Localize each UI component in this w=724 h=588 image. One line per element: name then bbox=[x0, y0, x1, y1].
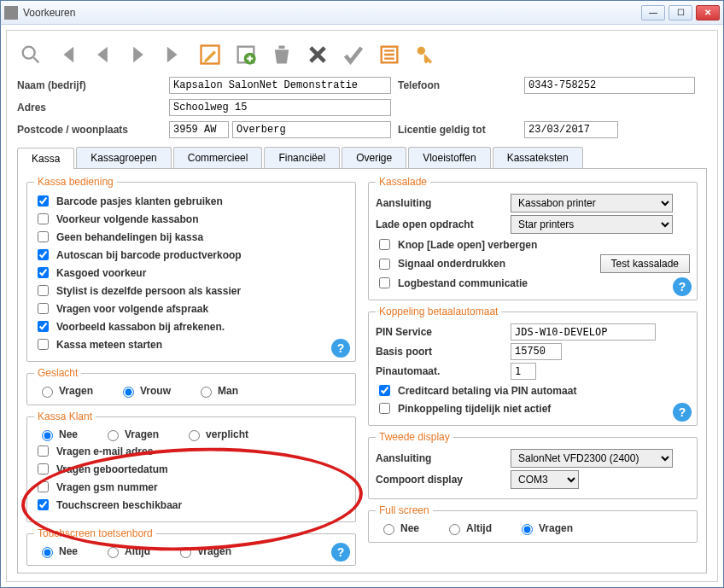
kb-check-5[interactable] bbox=[38, 285, 49, 296]
kb-check-6[interactable] bbox=[38, 303, 49, 314]
kassaklant-radio-2[interactable] bbox=[189, 430, 200, 441]
new-icon[interactable] bbox=[232, 41, 260, 68]
test-kassalade-button[interactable]: Test kassalade bbox=[600, 254, 690, 273]
kk-check-0[interactable] bbox=[38, 445, 49, 457]
maximize-button[interactable]: ☐ bbox=[669, 5, 692, 20]
display-aansluiting-select[interactable]: SalonNet VFD2300 (2400) bbox=[511, 449, 673, 468]
kk-check-1[interactable] bbox=[38, 463, 49, 474]
logbestand-check[interactable] bbox=[379, 277, 390, 288]
minimize-button[interactable]: — bbox=[641, 5, 665, 20]
adres-input[interactable] bbox=[169, 99, 391, 116]
postcode-input[interactable] bbox=[169, 121, 229, 138]
toolbar bbox=[17, 38, 707, 77]
kb-check-0[interactable] bbox=[38, 195, 49, 207]
prev-icon[interactable] bbox=[89, 41, 116, 68]
help-icon[interactable]: ? bbox=[331, 543, 350, 562]
kk-check-3[interactable] bbox=[38, 499, 49, 510]
kb-label-4: Kasgoed voorkeur bbox=[56, 267, 146, 279]
help-icon[interactable]: ? bbox=[673, 403, 692, 422]
basis-poort-input[interactable] bbox=[511, 343, 562, 360]
tab-kassa[interactable]: Kassa bbox=[17, 148, 74, 169]
geslacht-radio-2[interactable] bbox=[201, 387, 212, 398]
kassa-bediening-group: Kassa bediening Barcode pasjes klanten g… bbox=[26, 176, 356, 362]
naam-input[interactable] bbox=[169, 77, 391, 94]
kb-check-7[interactable] bbox=[38, 321, 49, 332]
edit-icon[interactable] bbox=[196, 41, 224, 68]
kb-label-8: Kassa meteen starten bbox=[56, 339, 162, 351]
search-icon[interactable] bbox=[17, 41, 44, 68]
next-icon[interactable] bbox=[125, 41, 152, 68]
kassalade-group: Kassalade Aansluiting Kassabon printer L… bbox=[368, 176, 698, 300]
app-icon bbox=[4, 6, 18, 20]
kb-label-1: Voorkeur volgende kassabon bbox=[56, 213, 199, 225]
tab-vloeistoffen[interactable]: Vloeistoffen bbox=[408, 147, 491, 168]
preferences-window: Voorkeuren — ☐ ✕ Naam (bedrijf) Telefoon bbox=[0, 0, 724, 588]
compoort-select[interactable]: COM3 bbox=[511, 470, 579, 489]
geslacht-radio-1[interactable] bbox=[123, 387, 134, 398]
knop-verbergen-check[interactable] bbox=[379, 239, 390, 250]
fullscreen-radio-0[interactable] bbox=[383, 524, 394, 535]
aansluiting-select[interactable]: Kassabon printer bbox=[511, 194, 673, 212]
licentie-label: Licentie geldig tot bbox=[398, 124, 517, 136]
touchscreen-legend: Touchscreen toetsenbord bbox=[34, 527, 156, 539]
tab-kassateksten[interactable]: Kassateksten bbox=[493, 147, 583, 168]
kb-check-3[interactable] bbox=[38, 249, 49, 260]
titlebar: Voorkeuren — ☐ ✕ bbox=[1, 1, 723, 25]
cancel-icon[interactable] bbox=[304, 41, 331, 68]
aansluiting-label: Aansluiting bbox=[376, 197, 504, 209]
kb-check-8[interactable] bbox=[38, 339, 49, 350]
koppeling-group: Koppeling betaalautomaat PIN Service Bas… bbox=[368, 306, 698, 426]
kb-check-1[interactable] bbox=[38, 213, 49, 224]
tab-overige[interactable]: Overige bbox=[342, 147, 406, 168]
help-icon[interactable]: ? bbox=[331, 339, 350, 358]
signaal-check[interactable] bbox=[379, 259, 390, 270]
creditcard-check[interactable] bbox=[379, 385, 390, 396]
postcode-label: Postcode / woonplaats bbox=[17, 124, 162, 136]
kb-label-2: Geen behandelingen bij kassa bbox=[56, 231, 203, 243]
kassaklant-radio-0[interactable] bbox=[42, 430, 53, 441]
tab-strip: Kassa Kassagroepen Commercieel Financiëe… bbox=[17, 147, 707, 169]
telefoon-label: Telefoon bbox=[398, 79, 517, 91]
fullscreen-radio-2[interactable] bbox=[522, 524, 533, 535]
lade-open-select[interactable]: Star printers bbox=[511, 215, 673, 234]
right-column: Kassalade Aansluiting Kassabon printer L… bbox=[368, 176, 698, 566]
pinautomaat-input[interactable] bbox=[511, 363, 536, 380]
close-button[interactable]: ✕ bbox=[696, 5, 720, 20]
tab-kassagroepen[interactable]: Kassagroepen bbox=[76, 147, 171, 168]
kb-label-5: Stylist is dezelfde persoon als kassier bbox=[56, 285, 241, 297]
svg-point-5 bbox=[417, 47, 425, 55]
lade-open-label: Lade open opdracht bbox=[376, 218, 504, 230]
left-column: Kassa bediening Barcode pasjes klanten g… bbox=[26, 176, 356, 566]
kk-check-2[interactable] bbox=[38, 481, 49, 492]
kb-check-4[interactable] bbox=[38, 267, 49, 278]
geslacht-group: Geslacht VragenVrouwMan bbox=[26, 367, 356, 405]
first-icon[interactable] bbox=[53, 41, 80, 68]
last-icon[interactable] bbox=[161, 41, 188, 68]
help-icon[interactable]: ? bbox=[673, 277, 692, 296]
licentie-input[interactable] bbox=[524, 121, 618, 138]
koppeling-legend: Koppeling betaalautomaat bbox=[376, 306, 501, 317]
full-screen-group: Full screen NeeAltijdVragen bbox=[368, 504, 698, 543]
pin-service-input[interactable] bbox=[511, 323, 656, 341]
ok-icon[interactable] bbox=[340, 41, 367, 68]
niet-actief-check[interactable] bbox=[379, 403, 390, 414]
naam-label: Naam (bedrijf) bbox=[17, 79, 162, 91]
kassaklant-radio-1[interactable] bbox=[108, 430, 119, 441]
kb-label-6: Vragen voor volgende afspraak bbox=[56, 303, 208, 315]
list-icon[interactable] bbox=[376, 41, 403, 68]
kb-label-0: Barcode pasjes klanten gebruiken bbox=[56, 195, 223, 207]
fullscreen-radio-1[interactable] bbox=[449, 524, 460, 535]
touchscreen-radio-2[interactable] bbox=[180, 547, 191, 558]
tab-financieel[interactable]: Financiëel bbox=[264, 147, 340, 168]
touchscreen-radio-0[interactable] bbox=[42, 547, 53, 558]
delete-icon[interactable] bbox=[268, 41, 295, 68]
tweede-display-legend: Tweede display bbox=[376, 431, 453, 443]
plaats-input[interactable] bbox=[232, 121, 391, 138]
kb-check-2[interactable] bbox=[38, 231, 49, 242]
adres-label: Adres bbox=[17, 102, 162, 114]
key-icon[interactable] bbox=[412, 41, 439, 68]
telefoon-input[interactable] bbox=[524, 77, 695, 94]
geslacht-radio-0[interactable] bbox=[42, 387, 53, 398]
touchscreen-radio-1[interactable] bbox=[108, 547, 119, 558]
tab-commercieel[interactable]: Commercieel bbox=[173, 147, 263, 168]
